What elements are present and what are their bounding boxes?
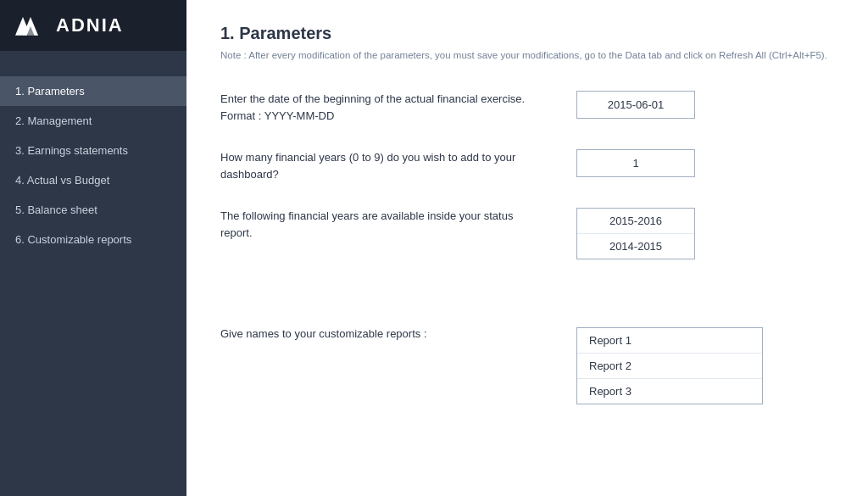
report-row-1[interactable]: Report 2 [577,354,762,379]
sidebar: ADNIA 1. Parameters2. Management3. Earni… [0,0,186,496]
param-section-0: Enter the date of the beginning of the a… [220,91,834,124]
param-value-1[interactable]: 1 [576,149,695,177]
param-section-1: How many financial years (0 to 9) do you… [220,149,834,182]
sidebar-item-4[interactable]: 5. Balance sheet [0,195,186,225]
param-value-0[interactable]: 2015-06-01 [576,91,695,119]
sidebar-header: ADNIA [0,0,186,51]
page-note: Note : After every modification of the p… [220,50,834,60]
customizable-reports-label: Give names to your customizable reports … [220,327,542,340]
sidebar-item-0[interactable]: 1. Parameters [0,76,186,106]
param-label-1: How many financial years (0 to 9) do you… [220,149,542,182]
param-stacked-2: 2015-20162014-2015 [576,208,695,259]
param-label-0: Enter the date of the beginning of the a… [220,91,542,124]
sidebar-nav: 1. Parameters2. Management3. Earnings st… [0,51,186,496]
bottom-section: Give names to your customizable reports … [220,327,834,404]
page-title: 1. Parameters [220,24,834,43]
reports-table: Report 1Report 2Report 3 [576,327,763,404]
stacked-row-0[interactable]: 2015-2016 [577,209,694,234]
param-label-2: The following financial years are availa… [220,208,542,241]
stacked-row-1[interactable]: 2014-2015 [577,234,694,259]
params-container: Enter the date of the beginning of the a… [220,91,834,259]
report-row-2[interactable]: Report 3 [577,379,762,404]
main-content: 1. Parameters Note : After every modific… [186,0,868,496]
adnia-logo-icon [15,14,46,37]
sidebar-brand-title: ADNIA [56,14,124,36]
sidebar-item-3[interactable]: 4. Actual vs Budget [0,165,186,195]
sidebar-item-5[interactable]: 6. Customizable reports [0,225,186,254]
param-section-2: The following financial years are availa… [220,208,834,259]
sidebar-item-1[interactable]: 2. Management [0,106,186,136]
sidebar-item-2[interactable]: 3. Earnings statements [0,136,186,165]
report-row-0[interactable]: Report 1 [577,328,762,354]
